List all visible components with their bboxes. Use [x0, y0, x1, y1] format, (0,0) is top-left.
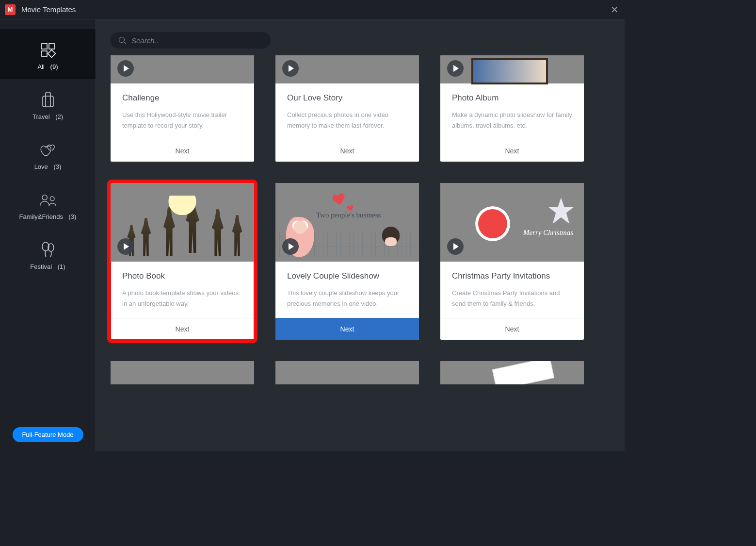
close-icon[interactable]: ✕ [611, 4, 619, 16]
thumbnail-art-text: Merry Christmas [523, 229, 573, 237]
templates-grid: Challenge Use this Hollywood-style movie… [96, 55, 625, 399]
svg-point-7 [42, 195, 47, 200]
sidebar-item-travel[interactable]: Travel (2) [0, 79, 96, 129]
sidebar: All (9) Travel (2) [0, 19, 96, 451]
next-button[interactable]: Next [440, 318, 584, 340]
sidebar-item-count: (9) [50, 63, 58, 70]
svg-line-12 [124, 42, 126, 44]
next-button[interactable]: Next [275, 140, 419, 162]
people-icon [39, 191, 57, 209]
play-icon[interactable] [117, 238, 134, 255]
sidebar-item-count: (2) [55, 113, 63, 120]
svg-point-11 [119, 37, 125, 42]
svg-point-8 [50, 197, 54, 201]
sidebar-item-label: Love [34, 163, 48, 170]
template-card-highlighted[interactable]: Photo Book A photo book template shows y… [111, 183, 254, 340]
next-button[interactable]: Next [111, 140, 254, 162]
template-title: Lovely Couple Slideshow [287, 271, 407, 281]
sidebar-item-count: (3) [69, 213, 77, 220]
template-description: Collect precious photos in one video mem… [287, 110, 407, 131]
sidebar-item-festival[interactable]: Festival (1) [0, 229, 96, 279]
template-description: This lovely couple slideshow keeps your … [287, 288, 407, 309]
template-description: A photo book template shows your videos … [122, 288, 242, 309]
template-card[interactable] [440, 361, 584, 384]
template-card[interactable]: Our Love Story Collect precious photos i… [275, 55, 419, 162]
template-title: Christmas Party Invitations [452, 271, 572, 281]
template-description: Use this Hollywood-style movie trailer t… [122, 110, 242, 131]
window-title: Movie Templates [21, 5, 76, 14]
template-thumbnail [111, 183, 254, 262]
template-card[interactable]: Challenge Use this Hollywood-style movie… [111, 55, 254, 162]
template-card[interactable]: Merry Christmas Christmas Party Invitati… [440, 183, 584, 340]
sidebar-item-label: Travel [32, 113, 50, 120]
template-title: Challenge [122, 93, 242, 103]
suitcase-icon [39, 91, 57, 109]
sidebar-item-love[interactable]: Love (3) [0, 129, 96, 179]
template-title: Photo Book [122, 271, 242, 281]
svg-rect-4 [43, 96, 53, 107]
template-thumbnail [275, 55, 419, 83]
template-thumbnail [111, 55, 254, 83]
svg-rect-2 [42, 51, 47, 56]
play-icon[interactable] [282, 60, 299, 77]
sidebar-item-label: Family&Friends [19, 213, 63, 220]
full-feature-mode-button[interactable]: Full-Feature Mode [12, 427, 83, 442]
play-icon[interactable] [282, 238, 299, 255]
template-card[interactable] [275, 361, 419, 384]
sidebar-item-count: (1) [58, 263, 65, 270]
template-thumbnail [275, 361, 419, 384]
content-area[interactable]: Challenge Use this Hollywood-style movie… [96, 19, 625, 451]
thumbnail-art-text: Two people's business [316, 211, 381, 219]
svg-rect-3 [48, 50, 55, 58]
balloons-icon [39, 241, 57, 259]
sidebar-item-count: (3) [53, 163, 61, 170]
template-thumbnail: Two people's business [275, 183, 419, 262]
template-thumbnail [440, 361, 584, 384]
template-description: Make a dynamic photo slideshow for famil… [452, 110, 572, 131]
template-thumbnail [111, 361, 254, 384]
template-title: Photo Album [452, 93, 572, 103]
play-icon[interactable] [117, 60, 134, 77]
sidebar-item-family-friends[interactable]: Family&Friends (3) [0, 179, 96, 229]
svg-rect-0 [42, 44, 47, 49]
next-button[interactable]: Next [440, 140, 584, 162]
sidebar-item-label: Festival [30, 263, 52, 270]
template-description: Create Christmas Party Invitations and s… [452, 288, 572, 309]
svg-rect-1 [49, 44, 54, 49]
play-icon[interactable] [447, 238, 464, 255]
next-button[interactable]: Next [275, 318, 419, 340]
app-logo: M [5, 4, 16, 15]
template-card[interactable]: Photo Album Make a dynamic photo slidesh… [440, 55, 584, 162]
template-title: Our Love Story [287, 93, 407, 103]
grid-icon [39, 41, 57, 59]
template-thumbnail: Merry Christmas [440, 183, 584, 262]
sidebar-item-label: All [38, 63, 45, 70]
search-input[interactable] [131, 36, 263, 45]
beach-runners-illustration [120, 202, 244, 256]
template-card[interactable] [111, 361, 254, 384]
search-box[interactable] [111, 32, 271, 49]
template-card[interactable]: Two people's business Lovely Couple Slid… [275, 183, 419, 340]
template-thumbnail [440, 55, 584, 83]
title-bar: M Movie Templates ✕ [0, 0, 625, 19]
next-button[interactable]: Next [111, 318, 254, 340]
play-icon[interactable] [447, 60, 464, 77]
hearts-icon [39, 141, 57, 159]
sidebar-item-all[interactable]: All (9) [0, 29, 96, 79]
search-icon [118, 36, 127, 45]
